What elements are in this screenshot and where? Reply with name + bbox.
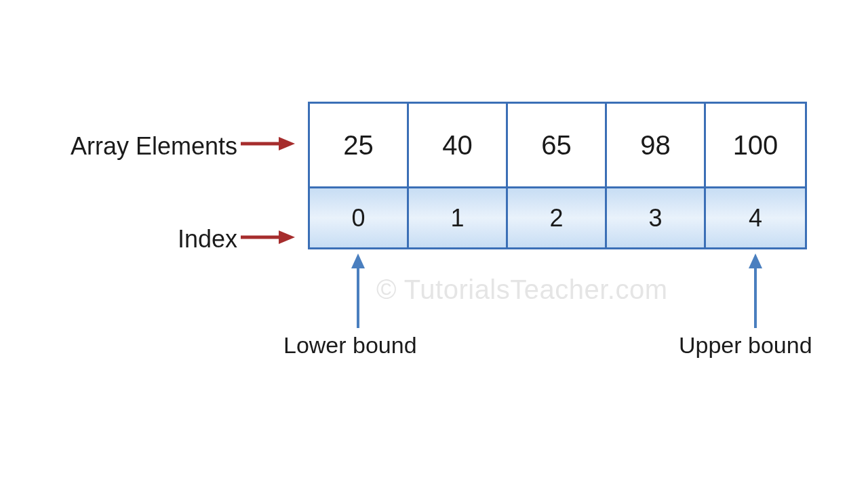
element-cell: 65 — [508, 104, 607, 186]
element-cell: 25 — [310, 104, 409, 186]
arrow-right-icon — [241, 136, 295, 152]
watermark-text: © TutorialsTeacher.com — [376, 274, 668, 305]
svg-marker-3 — [279, 230, 295, 244]
array-table: 25 40 65 98 100 0 1 2 3 4 — [308, 102, 807, 249]
arrow-up-icon — [350, 253, 366, 328]
element-cell: 40 — [409, 104, 508, 186]
arrow-right-icon — [241, 229, 295, 245]
diagram-stage: Array Elements Index 25 40 65 98 100 0 1… — [0, 0, 868, 488]
label-lower-bound: Lower bound — [283, 332, 417, 359]
svg-marker-6 — [749, 253, 762, 268]
arrow-up-icon — [747, 253, 764, 328]
svg-marker-1 — [279, 137, 295, 150]
svg-marker-4 — [351, 253, 365, 268]
element-cell: 100 — [706, 104, 805, 186]
index-cell: 0 — [310, 186, 409, 247]
elements-row: 25 40 65 98 100 — [310, 104, 805, 186]
index-cell: 3 — [607, 186, 706, 247]
label-array-elements: Array Elements — [61, 132, 237, 161]
label-upper-bound: Upper bound — [679, 332, 812, 359]
label-index: Index — [61, 225, 237, 253]
index-row: 0 1 2 3 4 — [310, 186, 805, 247]
element-cell: 98 — [607, 104, 706, 186]
index-cell: 1 — [409, 186, 508, 247]
index-cell: 4 — [706, 186, 805, 247]
index-cell: 2 — [508, 186, 607, 247]
